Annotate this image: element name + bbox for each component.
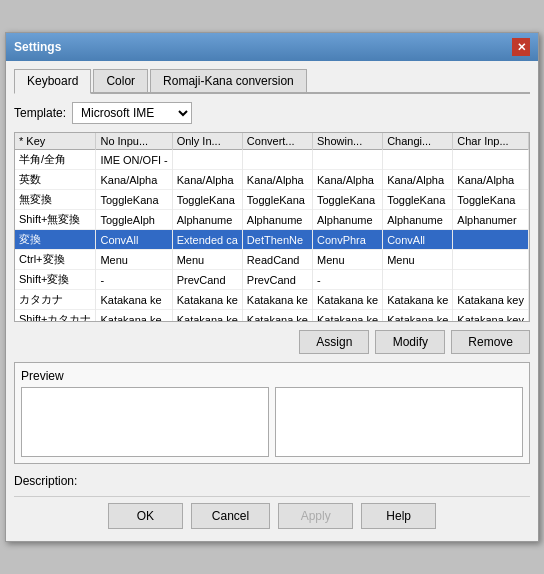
table-cell: ToggleKana	[453, 190, 529, 210]
table-cell: -	[312, 270, 382, 290]
table-row[interactable]: 変換ConvAllExtended caDetThenNeConvPhraCon…	[15, 230, 529, 250]
table-cell: Kana/Alpha	[383, 170, 453, 190]
table-cell	[453, 150, 529, 170]
table-cell: Alphanume	[312, 210, 382, 230]
tab-color[interactable]: Color	[93, 69, 148, 92]
window-title: Settings	[14, 40, 61, 54]
col-key: * Key	[15, 133, 96, 150]
table-cell-key: 半角/全角	[15, 150, 96, 170]
table-cell: Katakana ke	[242, 290, 312, 310]
preview-label: Preview	[21, 369, 523, 383]
col-only-in: Only In...	[172, 133, 242, 150]
table-cell: Alphanume	[383, 210, 453, 230]
template-row: Template: Microsoft IME	[14, 102, 530, 124]
table-cell: Menu	[172, 250, 242, 270]
table-cell: ToggleKana	[312, 190, 382, 210]
table-cell-key: Ctrl+変換	[15, 250, 96, 270]
help-button[interactable]: Help	[361, 503, 436, 529]
table-cell: Katakana ke	[96, 290, 172, 310]
table-cell: Katakana ke	[242, 310, 312, 323]
table-cell: PrevCand	[172, 270, 242, 290]
table-cell	[453, 270, 529, 290]
table-cell	[242, 150, 312, 170]
table-cell: Kana/Alpha	[172, 170, 242, 190]
table-row[interactable]: Ctrl+変換MenuMenuReadCandMenuMenu	[15, 250, 529, 270]
table-cell: Katakana ke	[96, 310, 172, 323]
template-label: Template:	[14, 106, 66, 120]
col-no-input: No Inpu...	[96, 133, 172, 150]
table-cell: Menu	[96, 250, 172, 270]
table-cell: Extended ca	[172, 230, 242, 250]
col-showing: Showin...	[312, 133, 382, 150]
preview-boxes	[21, 387, 523, 457]
table-cell: PrevCand	[242, 270, 312, 290]
table-cell: Kana/Alpha	[96, 170, 172, 190]
table-cell: Kana/Alpha	[312, 170, 382, 190]
ok-button[interactable]: OK	[108, 503, 183, 529]
tab-romaji-kana[interactable]: Romaji-Kana conversion	[150, 69, 307, 92]
settings-window: Settings ✕ Keyboard Color Romaji-Kana co…	[5, 32, 539, 542]
assign-button[interactable]: Assign	[299, 330, 369, 354]
table-cell: Menu	[312, 250, 382, 270]
table-cell-key: Shift+変換	[15, 270, 96, 290]
table-cell	[453, 230, 529, 250]
table-cell-key: Shift+無変換	[15, 210, 96, 230]
modify-button[interactable]: Modify	[375, 330, 445, 354]
remove-button[interactable]: Remove	[451, 330, 530, 354]
cancel-button[interactable]: Cancel	[191, 503, 270, 529]
table-body: 半角/全角IME ON/OFI -英数Kana/AlphaKana/AlphaK…	[15, 150, 529, 323]
table-row[interactable]: 半角/全角IME ON/OFI -	[15, 150, 529, 170]
assign-row: Assign Modify Remove	[14, 330, 530, 354]
table-cell: Menu	[383, 250, 453, 270]
table-cell: Kana/Alpha	[242, 170, 312, 190]
template-select[interactable]: Microsoft IME	[72, 102, 192, 124]
table-cell: ConvAll	[383, 230, 453, 250]
main-content: Keyboard Color Romaji-Kana conversion Te…	[6, 61, 538, 541]
table-cell: Alphanumer	[453, 210, 529, 230]
table-row[interactable]: Shift+変換-PrevCandPrevCand-	[15, 270, 529, 290]
table-cell: ToggleKana	[96, 190, 172, 210]
table-cell: ReadCand	[242, 250, 312, 270]
tab-keyboard[interactable]: Keyboard	[14, 69, 91, 94]
table-header-row: * Key No Inpu... Only In... Convert... S…	[15, 133, 529, 150]
table-cell: ToggleAlph	[96, 210, 172, 230]
table-cell: Katakana ke	[172, 310, 242, 323]
col-changing: Changi...	[383, 133, 453, 150]
table-row[interactable]: 無変換ToggleKanaToggleKanaToggleKanaToggleK…	[15, 190, 529, 210]
table-cell	[172, 150, 242, 170]
bottom-buttons: OK Cancel Apply Help	[14, 496, 530, 533]
table-cell: Alphanume	[172, 210, 242, 230]
table-cell-key: 英数	[15, 170, 96, 190]
table-cell: ConvPhra	[312, 230, 382, 250]
description-row: Description:	[14, 470, 530, 496]
table-cell	[383, 150, 453, 170]
table-cell: ToggleKana	[383, 190, 453, 210]
table-cell	[383, 270, 453, 290]
table-cell: Katakana key	[453, 310, 529, 323]
table-row[interactable]: Shift+無変換ToggleAlphAlphanumeAlphanumeAlp…	[15, 210, 529, 230]
preview-section: Preview	[14, 362, 530, 464]
col-convert: Convert...	[242, 133, 312, 150]
preview-box-left	[21, 387, 269, 457]
title-bar: Settings ✕	[6, 33, 538, 61]
table-cell-key: カタカナ	[15, 290, 96, 310]
table-cell: Katakana ke	[312, 290, 382, 310]
key-table: * Key No Inpu... Only In... Convert... S…	[15, 133, 529, 322]
table-row[interactable]: Shift+カタカナKatakana keKatakana keKatakana…	[15, 310, 529, 323]
table-cell: -	[96, 270, 172, 290]
table-cell: ToggleKana	[242, 190, 312, 210]
table-cell: IME ON/OFI -	[96, 150, 172, 170]
table-row[interactable]: 英数Kana/AlphaKana/AlphaKana/AlphaKana/Alp…	[15, 170, 529, 190]
close-button[interactable]: ✕	[512, 38, 530, 56]
table-cell: ToggleKana	[172, 190, 242, 210]
table-row[interactable]: カタカナKatakana keKatakana keKatakana keKat…	[15, 290, 529, 310]
table-cell-key: 変換	[15, 230, 96, 250]
table-cell	[453, 250, 529, 270]
table-cell: Kana/Alpha	[453, 170, 529, 190]
table-cell: DetThenNe	[242, 230, 312, 250]
apply-button[interactable]: Apply	[278, 503, 353, 529]
preview-box-right	[275, 387, 523, 457]
key-table-container[interactable]: * Key No Inpu... Only In... Convert... S…	[14, 132, 530, 322]
table-cell-key: 無変換	[15, 190, 96, 210]
table-cell: Alphanume	[242, 210, 312, 230]
